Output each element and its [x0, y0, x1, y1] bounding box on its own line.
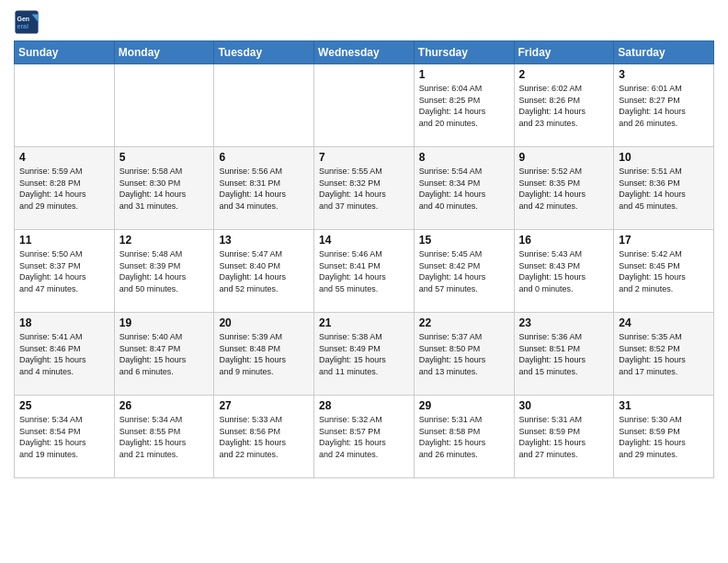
day-info: Sunrise: 6:01 AM Sunset: 8:27 PM Dayligh…: [619, 83, 709, 129]
page: Gen eral SundayMondayTuesdayWednesdayThu…: [0, 0, 728, 492]
svg-rect-0: [15, 10, 38, 33]
day-info: Sunrise: 5:33 AM Sunset: 8:56 PM Dayligh…: [219, 414, 309, 460]
calendar-cell: 29Sunrise: 5:31 AM Sunset: 8:58 PM Dayli…: [414, 396, 514, 478]
day-number: 29: [419, 399, 509, 412]
calendar-cell: [114, 64, 214, 147]
day-info: Sunrise: 5:35 AM Sunset: 8:52 PM Dayligh…: [619, 331, 709, 377]
calendar-cell: [15, 64, 115, 147]
day-number: 25: [19, 399, 109, 412]
calendar-cell: 10Sunrise: 5:51 AM Sunset: 8:36 PM Dayli…: [614, 147, 714, 230]
calendar-cell: 13Sunrise: 5:47 AM Sunset: 8:40 PM Dayli…: [214, 230, 314, 313]
weekday-friday: Friday: [514, 41, 614, 64]
day-info: Sunrise: 5:30 AM Sunset: 8:59 PM Dayligh…: [619, 414, 709, 460]
day-number: 2: [519, 68, 609, 81]
calendar-cell: [314, 64, 415, 147]
calendar-cell: 23Sunrise: 5:36 AM Sunset: 8:51 PM Dayli…: [514, 313, 614, 396]
day-info: Sunrise: 5:42 AM Sunset: 8:45 PM Dayligh…: [619, 248, 709, 294]
day-number: 4: [19, 151, 109, 164]
weekday-thursday: Thursday: [414, 41, 514, 64]
day-number: 19: [119, 316, 210, 329]
calendar-cell: 6Sunrise: 5:56 AM Sunset: 8:31 PM Daylig…: [214, 147, 314, 230]
calendar-cell: 2Sunrise: 6:02 AM Sunset: 8:26 PM Daylig…: [514, 64, 614, 147]
day-number: 18: [19, 316, 109, 329]
day-info: Sunrise: 5:37 AM Sunset: 8:50 PM Dayligh…: [419, 331, 509, 377]
day-info: Sunrise: 5:32 AM Sunset: 8:57 PM Dayligh…: [319, 414, 409, 460]
day-info: Sunrise: 5:31 AM Sunset: 8:58 PM Dayligh…: [419, 414, 509, 460]
day-info: Sunrise: 5:46 AM Sunset: 8:41 PM Dayligh…: [319, 248, 409, 294]
day-number: 15: [419, 234, 509, 247]
day-number: 12: [119, 234, 210, 247]
calendar-cell: 24Sunrise: 5:35 AM Sunset: 8:52 PM Dayli…: [614, 313, 714, 396]
day-number: 16: [519, 234, 609, 247]
calendar-cell: 9Sunrise: 5:52 AM Sunset: 8:35 PM Daylig…: [514, 147, 614, 230]
calendar-cell: 12Sunrise: 5:48 AM Sunset: 8:39 PM Dayli…: [114, 230, 214, 313]
day-info: Sunrise: 5:48 AM Sunset: 8:39 PM Dayligh…: [119, 248, 210, 294]
day-number: 22: [419, 316, 509, 329]
day-info: Sunrise: 6:04 AM Sunset: 8:25 PM Dayligh…: [419, 83, 509, 129]
calendar-cell: 21Sunrise: 5:38 AM Sunset: 8:49 PM Dayli…: [314, 313, 415, 396]
day-number: 20: [219, 316, 309, 329]
day-number: 24: [619, 316, 709, 329]
day-number: 3: [619, 68, 709, 81]
calendar-cell: 25Sunrise: 5:34 AM Sunset: 8:54 PM Dayli…: [15, 396, 115, 478]
day-number: 8: [419, 151, 509, 164]
day-info: Sunrise: 5:50 AM Sunset: 8:37 PM Dayligh…: [19, 248, 109, 294]
calendar-cell: 20Sunrise: 5:39 AM Sunset: 8:48 PM Dayli…: [214, 313, 314, 396]
day-number: 31: [619, 399, 709, 412]
calendar-cell: 30Sunrise: 5:31 AM Sunset: 8:59 PM Dayli…: [514, 396, 614, 478]
calendar-cell: 7Sunrise: 5:55 AM Sunset: 8:32 PM Daylig…: [314, 147, 415, 230]
calendar-table: SundayMondayTuesdayWednesdayThursdayFrid…: [14, 40, 714, 478]
calendar-week-2: 4Sunrise: 5:59 AM Sunset: 8:28 PM Daylig…: [15, 147, 714, 230]
calendar-week-3: 11Sunrise: 5:50 AM Sunset: 8:37 PM Dayli…: [15, 230, 714, 313]
day-number: 7: [319, 151, 409, 164]
day-number: 6: [219, 151, 309, 164]
calendar-cell: 28Sunrise: 5:32 AM Sunset: 8:57 PM Dayli…: [314, 396, 415, 478]
day-number: 11: [19, 234, 109, 247]
calendar-cell: 18Sunrise: 5:41 AM Sunset: 8:46 PM Dayli…: [15, 313, 115, 396]
day-info: Sunrise: 5:36 AM Sunset: 8:51 PM Dayligh…: [519, 331, 609, 377]
day-info: Sunrise: 5:34 AM Sunset: 8:55 PM Dayligh…: [119, 414, 210, 460]
day-info: Sunrise: 6:02 AM Sunset: 8:26 PM Dayligh…: [519, 83, 609, 129]
day-info: Sunrise: 5:41 AM Sunset: 8:46 PM Dayligh…: [19, 331, 109, 377]
day-info: Sunrise: 5:34 AM Sunset: 8:54 PM Dayligh…: [19, 414, 109, 460]
day-info: Sunrise: 5:52 AM Sunset: 8:35 PM Dayligh…: [519, 166, 609, 212]
calendar-week-4: 18Sunrise: 5:41 AM Sunset: 8:46 PM Dayli…: [15, 313, 714, 396]
day-number: 17: [619, 234, 709, 247]
day-number: 14: [319, 234, 409, 247]
day-info: Sunrise: 5:55 AM Sunset: 8:32 PM Dayligh…: [319, 166, 409, 212]
day-info: Sunrise: 5:58 AM Sunset: 8:30 PM Dayligh…: [119, 166, 210, 212]
day-info: Sunrise: 5:56 AM Sunset: 8:31 PM Dayligh…: [219, 166, 309, 212]
calendar-cell: 22Sunrise: 5:37 AM Sunset: 8:50 PM Dayli…: [414, 313, 514, 396]
day-number: 9: [519, 151, 609, 164]
calendar-cell: 3Sunrise: 6:01 AM Sunset: 8:27 PM Daylig…: [614, 64, 714, 147]
day-info: Sunrise: 5:59 AM Sunset: 8:28 PM Dayligh…: [19, 166, 109, 212]
day-number: 26: [119, 399, 210, 412]
weekday-wednesday: Wednesday: [314, 41, 415, 64]
svg-text:eral: eral: [17, 23, 29, 29]
calendar-cell: 1Sunrise: 6:04 AM Sunset: 8:25 PM Daylig…: [414, 64, 514, 147]
calendar-cell: 26Sunrise: 5:34 AM Sunset: 8:55 PM Dayli…: [114, 396, 214, 478]
calendar-cell: 15Sunrise: 5:45 AM Sunset: 8:42 PM Dayli…: [414, 230, 514, 313]
calendar-cell: 4Sunrise: 5:59 AM Sunset: 8:28 PM Daylig…: [15, 147, 115, 230]
day-info: Sunrise: 5:38 AM Sunset: 8:49 PM Dayligh…: [319, 331, 409, 377]
day-number: 13: [219, 234, 309, 247]
day-number: 10: [619, 151, 709, 164]
day-info: Sunrise: 5:51 AM Sunset: 8:36 PM Dayligh…: [619, 166, 709, 212]
calendar-cell: 5Sunrise: 5:58 AM Sunset: 8:30 PM Daylig…: [114, 147, 214, 230]
calendar-cell: [214, 64, 314, 147]
weekday-sunday: Sunday: [15, 41, 115, 64]
day-number: 30: [519, 399, 609, 412]
weekday-tuesday: Tuesday: [214, 41, 314, 64]
day-number: 23: [519, 316, 609, 329]
day-number: 27: [219, 399, 309, 412]
day-info: Sunrise: 5:43 AM Sunset: 8:43 PM Dayligh…: [519, 248, 609, 294]
header: Gen eral: [14, 9, 714, 35]
calendar-cell: 11Sunrise: 5:50 AM Sunset: 8:37 PM Dayli…: [15, 230, 115, 313]
calendar-cell: 27Sunrise: 5:33 AM Sunset: 8:56 PM Dayli…: [214, 396, 314, 478]
day-number: 1: [419, 68, 509, 81]
calendar-cell: 31Sunrise: 5:30 AM Sunset: 8:59 PM Dayli…: [614, 396, 714, 478]
day-info: Sunrise: 5:40 AM Sunset: 8:47 PM Dayligh…: [119, 331, 210, 377]
day-number: 5: [119, 151, 210, 164]
calendar-week-1: 1Sunrise: 6:04 AM Sunset: 8:25 PM Daylig…: [15, 64, 714, 147]
day-info: Sunrise: 5:31 AM Sunset: 8:59 PM Dayligh…: [519, 414, 609, 460]
